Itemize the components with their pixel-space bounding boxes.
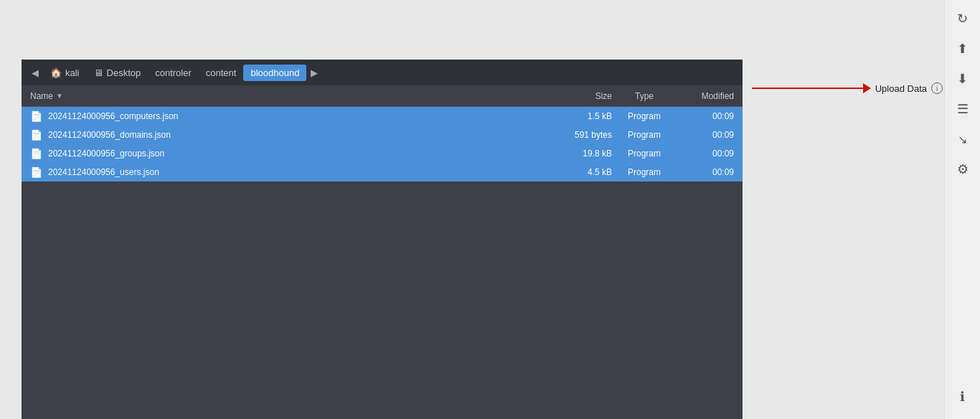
table-row[interactable]: 📄 20241124000956_domains.json 591 bytes … [22, 126, 743, 144]
breadcrumb-home[interactable]: 🏠 kali [43, 65, 87, 81]
file-list: 📄 20241124000956_computers.json 1.5 kB P… [22, 107, 743, 419]
breadcrumb-desktop[interactable]: 🖥 Desktop [87, 65, 149, 81]
file-icon: 📄 [30, 148, 42, 159]
chart-icon[interactable]: ↘ [946, 124, 979, 154]
breadcrumb-bloodhound[interactable]: bloodhound [243, 65, 306, 81]
arrow-shaft [752, 88, 863, 89]
upload-data-label: Upload Data [875, 83, 927, 94]
breadcrumb-content[interactable]: content [199, 65, 244, 81]
breadcrumb-controler[interactable]: controler [148, 65, 199, 81]
file-icon: 📄 [30, 129, 42, 141]
breadcrumb-bar: ◀ 🏠 kali 🖥 Desktop controler content blo… [22, 60, 743, 85]
settings-icon[interactable]: ⚙ [946, 154, 979, 184]
home-icon: 🏠 [50, 67, 62, 78]
col-header-name[interactable]: Name ▼ [30, 91, 547, 101]
file-icon: 📄 [30, 110, 42, 122]
arrow-container [752, 83, 871, 93]
arrow-head-icon [863, 83, 871, 93]
desktop-icon: 🖥 [94, 67, 103, 78]
info-icon[interactable]: ℹ [946, 382, 979, 412]
back-arrow[interactable]: ◀ [27, 65, 43, 81]
list-icon[interactable]: ☰ [946, 94, 979, 124]
sort-arrow-icon: ▼ [56, 92, 63, 100]
file-icon: 📄 [30, 166, 42, 178]
right-sidebar: ↻ ⬆ ⬇ ☰ ↘ ⚙ ℹ [944, 0, 980, 419]
refresh-icon[interactable]: ↻ [946, 4, 979, 34]
col-header-size[interactable]: Size [547, 91, 612, 101]
table-row[interactable]: 📄 20241124000956_groups.json 19.8 kB Pro… [22, 144, 743, 163]
column-headers: Name ▼ Size Type Modified [22, 85, 743, 107]
download-icon[interactable]: ⬇ [946, 64, 979, 94]
table-row[interactable]: 📄 20241124000956_computers.json 1.5 kB P… [22, 107, 743, 126]
table-row[interactable]: 📄 20241124000956_users.json 4.5 kB Progr… [22, 163, 743, 182]
file-manager: ◀ 🏠 kali 🖥 Desktop controler content blo… [22, 60, 743, 419]
forward-arrow[interactable]: ▶ [306, 65, 322, 81]
upload-icon[interactable]: ⬆ [946, 34, 979, 64]
upload-data-info-icon[interactable]: i [931, 83, 943, 94]
upload-data-area: Upload Data i [752, 83, 943, 94]
col-header-type[interactable]: Type [612, 91, 677, 101]
col-header-modified[interactable]: Modified [677, 91, 734, 101]
